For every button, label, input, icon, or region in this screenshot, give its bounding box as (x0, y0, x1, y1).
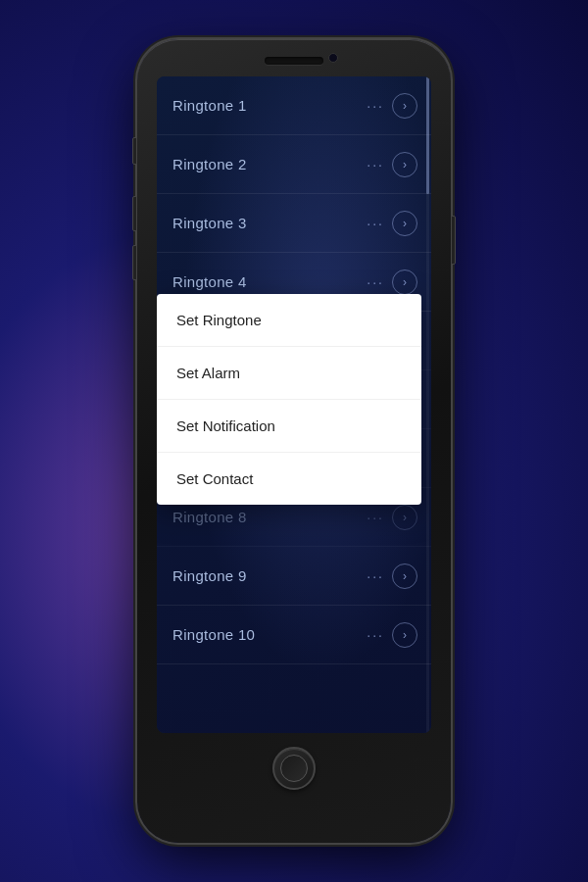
more-options-button-4[interactable]: ··· (367, 274, 384, 290)
play-button-4[interactable]: › (392, 270, 417, 295)
more-options-button-2[interactable]: ··· (367, 157, 384, 172)
more-options-button-3[interactable]: ··· (367, 216, 384, 231)
item-controls-2: ···› (367, 152, 417, 177)
ringtone-item-10[interactable]: Ringtone 10···› (157, 606, 431, 664)
volume-up-button[interactable] (132, 196, 137, 231)
home-button[interactable] (272, 747, 316, 790)
set-contact-menu-item[interactable]: Set Contact (157, 453, 421, 505)
play-button-3[interactable]: › (392, 211, 417, 236)
more-options-button-1[interactable]: ··· (367, 98, 384, 114)
item-controls-4: ···› (367, 270, 417, 295)
power-button[interactable] (451, 216, 456, 265)
item-controls-10: ···› (367, 622, 417, 648)
set-alarm-menu-item[interactable]: Set Alarm (157, 347, 421, 400)
more-options-button-10[interactable]: ··· (367, 627, 384, 643)
set-notification-menu-item[interactable]: Set Notification (157, 400, 421, 453)
more-options-button-8[interactable]: ··· (367, 510, 384, 525)
item-controls-9: ···› (367, 564, 417, 589)
volume-down-button[interactable] (132, 245, 137, 280)
set-ringtone-menu-item[interactable]: Set Ringtone (157, 294, 421, 347)
scrollbar-thumb[interactable] (426, 76, 429, 194)
mute-button[interactable] (132, 137, 137, 165)
speaker (265, 57, 323, 65)
ringtone-label-3: Ringtone 3 (172, 215, 247, 231)
camera (328, 53, 338, 63)
scrollbar-track[interactable] (426, 76, 429, 733)
ringtone-item-9[interactable]: Ringtone 9···› (157, 547, 431, 606)
item-controls-3: ···› (367, 211, 417, 236)
play-button-9[interactable]: › (392, 564, 417, 589)
more-options-button-9[interactable]: ··· (367, 568, 384, 584)
ringtone-label-1: Ringtone 1 (172, 97, 247, 114)
play-button-2[interactable]: › (392, 152, 417, 177)
item-controls-1: ···› (367, 93, 417, 119)
ringtone-item-2[interactable]: Ringtone 2···› (157, 135, 431, 194)
ringtone-item-3[interactable]: Ringtone 3···› (157, 194, 431, 253)
ringtone-label-9: Ringtone 9 (172, 567, 247, 584)
ringtone-item-1[interactable]: Ringtone 1···› (157, 76, 431, 135)
play-button-10[interactable]: › (392, 622, 417, 648)
phone-screen: Ringtone 1···›Ringtone 2···›Ringtone 3··… (157, 76, 431, 733)
item-controls-8: ···› (367, 505, 417, 530)
play-button-8[interactable]: › (392, 505, 417, 530)
home-button-inner (280, 755, 308, 782)
ringtone-label-2: Ringtone 2 (172, 156, 247, 172)
popup-menu: Set RingtoneSet AlarmSet NotificationSet… (157, 294, 421, 505)
ringtone-label-10: Ringtone 10 (172, 626, 255, 643)
phone-device: Ringtone 1···›Ringtone 2···›Ringtone 3··… (137, 39, 451, 843)
play-button-1[interactable]: › (392, 93, 417, 119)
ringtone-label-8: Ringtone 8 (172, 509, 247, 525)
ringtone-label-4: Ringtone 4 (172, 273, 247, 290)
